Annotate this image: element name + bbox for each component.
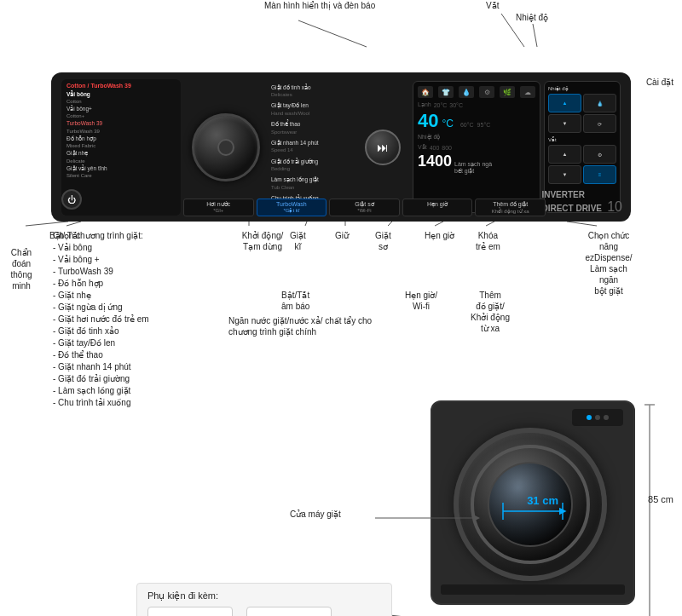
disp-20: 20°C <box>434 102 448 108</box>
label-trai-giuong: Giặt đồ trải giườngBedding <box>271 158 356 173</box>
label-bat-tat-am: Bật/Tắtâm báo <box>281 290 309 312</box>
label-ngan-nuoc: Ngăn nước giặt/nước xả/ chất tẩy cho chư… <box>228 315 378 337</box>
right-panel-title: Nhiệt độ <box>548 85 616 91</box>
label-chon-chuong-trinh: Chọn chương trình giặt: - Vải bông - Vải… <box>53 230 206 409</box>
right-vat-up[interactable]: ▲ <box>548 145 581 164</box>
acc-item-hose: Ống cấp nước <box>147 607 233 616</box>
page-wrapper: Màn hình hiển thị và đèn báo Vắt Nhiệt đ… <box>0 0 682 616</box>
btn-hen-gio-label: Hẹn giờ <box>407 201 469 208</box>
acc-items-list: Ống cấp nước Giá đỡ <box>147 607 381 616</box>
label-dim-85: 85 cm <box>648 494 673 504</box>
brand-logo: INVERTERDIRECT DRIVE 10 <box>541 190 622 215</box>
label-giat-ki: Giặtkĩ <box>290 230 306 252</box>
label-lam-sach: Làm sạch lồng giặtTub Clean <box>271 176 356 191</box>
btn-them-do-label: Thêm đồ giặt <box>479 201 541 208</box>
right-btn-spin[interactable]: ⟳ <box>583 114 616 133</box>
disp-icon-5: 🌿 <box>500 86 515 98</box>
right-btn-up[interactable]: ▲ <box>548 94 581 112</box>
bottom-buttons-row: Hơi nước *GI+ TurboWash *Gặt kĩ Giặt sơ … <box>183 199 546 216</box>
prog-giat-nhe[interactable]: Giặt nhẹ <box>66 149 176 157</box>
display-icons-row: 🏠 👕 💧 ⚙ 🌿 ☁ <box>418 86 535 98</box>
btn-hoi-nuoc[interactable]: Hơi nước *GI+ <box>183 199 254 216</box>
disp-30: 30°C <box>449 102 463 108</box>
svg-line-0 <box>298 20 367 47</box>
bottom-annotations: Bật/ Tắt Chẩnđoánthôngminh Chọn chương t… <box>0 222 682 392</box>
svg-line-11 <box>567 222 597 226</box>
svg-line-8 <box>388 222 392 226</box>
disp-temp-value: 40 <box>418 110 438 132</box>
btn-hen-gio[interactable]: Hẹn giờ <box>402 199 473 216</box>
label-giat-so: Giặtsơ <box>375 230 391 252</box>
prog-yen-tinh[interactable]: Giặt vải yên tĩnh <box>66 164 176 172</box>
btn-them-do[interactable]: Thêm đồ giặt Khởi động từ xa <box>475 199 546 216</box>
btn-giat-so[interactable]: Giặt sơ *Wi-Fi <box>329 199 400 216</box>
svg-line-3 <box>66 222 81 226</box>
btn-turbowash-label: TurboWash <box>261 201 323 207</box>
disp-icon-1: 🏠 <box>418 86 433 98</box>
right-btn-down[interactable]: ▼ <box>548 114 581 133</box>
prog-turbowash-sub: TurboWash 39 <box>66 128 176 135</box>
lower-section: 85 cm 60 cm 64 cm 31 cm Cửa máy giặt Bộ … <box>0 392 682 616</box>
disp-rpm-label: Vắt <box>418 144 427 151</box>
right-panel-grid: ▲ 💧 ▼ ⟳ <box>548 94 616 133</box>
svg-line-2 <box>533 24 537 47</box>
display-temp-row: 40 °C 60°C 95°C <box>418 110 535 132</box>
svg-line-9 <box>435 222 443 226</box>
btn-them-do-sub: Khởi động từ xa <box>479 208 541 214</box>
right-vat-grid: ▲ ⚙ ▼ ≡ <box>548 145 616 184</box>
label-giu: Giữ <box>335 230 349 241</box>
start-btn-container: ⏭ <box>361 126 404 169</box>
label-dim-31: 31 cm <box>527 494 558 507</box>
label-hen-gio-wifi: Hẹn giờ/Wi-fi <box>405 290 437 312</box>
btn-giat-so-sub: *Wi-Fi <box>333 208 396 213</box>
disp-cold: Lạnh <box>418 101 431 108</box>
btn-giat-so-label: Giặt sơ <box>333 201 396 208</box>
label-nhiet-do: Nhiệt độ <box>516 12 548 23</box>
middle-labels: Giặt đồ tinh xảoDelicates Giặt tay/Đồ le… <box>271 79 356 216</box>
disp-rpm-sub: Làm sạch ngàbết giặt <box>454 161 492 175</box>
disp-temp-label: Nhiệt độ <box>418 134 535 141</box>
label-vat: Vắt <box>486 0 499 11</box>
disp-rpm-value: 1400 <box>418 153 452 170</box>
accessories-section: Phụ kiện đi kèm: Ống cấp nước <box>136 583 392 616</box>
label-giat-tay: Giặt tay/Đồ lenHand wash/Wool <box>271 102 356 117</box>
label-nhanh-14: Giặt nhanh 14 phútSpeed 14 <box>271 140 356 154</box>
prog-turbowash[interactable]: TurboWash 39 <box>66 119 176 127</box>
panel-display: 🏠 👕 💧 ⚙ 🌿 ☁ Lạnh 20°C 30°C 40 °C 60°C <box>413 81 540 213</box>
program-dial[interactable] <box>192 113 260 181</box>
power-button[interactable]: ⏻ <box>61 189 82 210</box>
btn-hoi-nuoc-sub: *GI+ <box>188 208 250 213</box>
prog-vai-bong-plus-sub: Cotton+ <box>66 112 176 119</box>
label-them-do-giat: Thêmđồ giặt/Khởi độngtừ xa <box>452 290 529 334</box>
acc-title: Phụ kiện đi kèm: <box>147 590 381 602</box>
dial-container <box>188 109 264 186</box>
right-btn-steam[interactable]: 💧 <box>583 94 616 112</box>
acc-item-stand: Giá đỡ <box>246 607 332 616</box>
label-chon-chuc-nang: Chọn chứcnăngezDispense/Làm sạchngănbột … <box>566 230 651 296</box>
disp-icon-4: ⚙ <box>479 86 494 98</box>
label-hen-gio: Hẹn giờ <box>425 230 454 241</box>
prog-hon-hop[interactable]: Đồ hỗn hợp <box>66 135 176 142</box>
label-tinh-xao: Giặt đồ tinh xảoDelicates <box>271 84 356 99</box>
right-vat-down[interactable]: ▼ <box>548 165 581 184</box>
disp-icon-2: 👕 <box>438 86 454 98</box>
label-cai-dat-right: Cài đặt <box>646 77 673 89</box>
svg-line-10 <box>486 222 494 226</box>
label-do-the-thao: Đồ thể thaoSportswear <box>271 121 356 135</box>
label-man-hinh: Màn hình hiển thị và đèn báo <box>264 0 375 11</box>
btn-turbowash[interactable]: TurboWash *Gặt kĩ <box>257 199 327 216</box>
prog-vai-bong-plus[interactable]: Vải bông+ <box>66 105 176 112</box>
right-vat-opt[interactable]: ≡ <box>583 165 616 184</box>
control-panel: Cotton / TurboWash 39 Vải bông Cotton Vả… <box>51 72 631 222</box>
btn-hoi-nuoc-label: Hơi nước <box>188 201 250 208</box>
prog-giat-nhe-sub: Delicate <box>66 158 176 164</box>
start-pause-button[interactable]: ⏭ <box>365 130 401 165</box>
prog-vai-bong[interactable]: Vải bông <box>66 90 176 98</box>
panel-annotation-wrapper: Màn hình hiển thị và đèn báo Vắt Nhiệt đ… <box>0 0 682 392</box>
label-chan-doan: Chẩnđoánthôngminh <box>0 247 43 291</box>
label-cua-may-giat: Cửa máy giặt <box>290 509 341 519</box>
btn-turbowash-sub: *Gặt kĩ <box>261 207 323 213</box>
label-khoa-tre: Khóatrẻ em <box>476 230 500 252</box>
disp-60: 60°C <box>460 122 474 128</box>
prog-vai-bong-sub: Cotton <box>66 98 176 105</box>
